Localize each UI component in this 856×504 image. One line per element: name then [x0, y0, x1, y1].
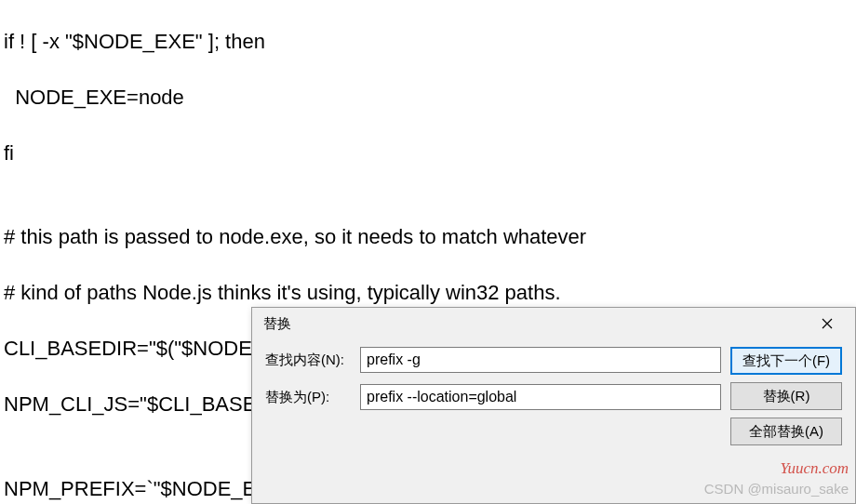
replace-all-button[interactable]: 全部替换(A) [730, 418, 842, 445]
close-button[interactable] [807, 310, 848, 338]
code-line: if ! [ -x "$NODE_EXE" ]; then [4, 28, 852, 56]
close-icon [822, 318, 833, 329]
watermark-author: CSDN @misauro_sake [704, 481, 849, 497]
replace-label: 替换为(P): [265, 389, 351, 406]
replace-button[interactable]: 替换(R) [730, 382, 842, 410]
code-line: # kind of paths Node.js thinks it's usin… [4, 279, 852, 307]
code-line: # this path is passed to node.exe, so it… [4, 223, 852, 251]
dialog-titlebar[interactable]: 替换 [252, 308, 855, 339]
code-line: NODE_EXE=node [4, 84, 852, 112]
code-line: fi [4, 139, 852, 167]
dialog-title: 替换 [263, 315, 291, 333]
replace-input[interactable] [360, 384, 721, 410]
replace-dialog: 替换 查找内容(N): 替换为(P): 查找下一个(F) 替换(R) 全部替换(… [251, 307, 856, 504]
watermark-site: Yuucn.com [780, 459, 849, 478]
find-next-button[interactable]: 查找下一个(F) [730, 347, 842, 375]
find-input[interactable] [360, 347, 721, 373]
find-label: 查找内容(N): [265, 351, 351, 369]
